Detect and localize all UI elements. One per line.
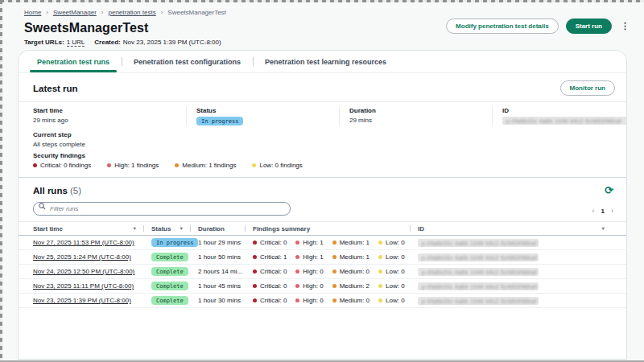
table-row: Nov 25, 2025 1:24 PM (UTC-8:00)Complete1… [19,250,626,265]
security-findings-block: Security findings Critical: 0 findingsHi… [19,148,626,177]
critical-severity-dot-icon [253,284,257,288]
run-findings-summary: Critical: 0High: 0Medium: 2Low: 0 [245,282,410,290]
finding-low: Low: 0 [378,282,405,290]
medium-severity-dot-icon [332,269,336,274]
high-severity-dot-icon [295,284,299,288]
run-duration: 1 hour 45 mins [190,282,245,290]
table-body: Nov 27, 2025 11:53 PM (UTC-8:00)In progr… [19,236,626,308]
finding-medium: Medium: 1 [332,239,369,246]
latest-run-heading: Latest run [33,84,78,93]
breadcrumb-penetration-tests[interactable]: penetration tests [109,9,156,16]
status-field: Status In progress [186,107,339,125]
low-severity-dot-icon [378,255,382,259]
column-findings-summary[interactable]: Findings summary [245,222,410,235]
low-severity-dot-icon [378,241,382,245]
all-runs-count: (5) [70,186,81,195]
id-field: ID p-0fa6b20c 4a6b 1049 b9c2 5cfd53f96ba… [492,107,627,125]
breadcrumb-current: SweetsManagerTest [167,9,225,16]
finding-low: Low: 0 [378,268,405,275]
breadcrumb-separator: › [101,9,104,16]
critical-severity-dot-icon [253,255,257,259]
run-duration: 1 hour 29 mins [190,239,245,246]
low-severity-dot-icon [378,269,382,274]
sort-caret-icon[interactable]: ▼ [601,226,605,231]
target-urls-link[interactable]: 1 URL [67,39,85,47]
tab-penetration-test-learning-resources[interactable]: Penetration test learning resources [253,51,398,72]
current-step-label: Current step [33,131,612,138]
medium-severity-dot-icon [332,241,336,245]
duration-label: Duration [349,107,482,114]
tab-penetration-test-configurations[interactable]: Penetration test configurations [122,51,253,72]
run-start-time-link[interactable]: Nov 25, 2025 1:24 PM (UTC-8:00) [33,253,131,261]
pagination: ‹ 1 › [592,207,613,216]
column-id[interactable]: ID ▼ [410,222,612,235]
high-severity-dot-icon [295,269,299,274]
finding-high: High: 1 findings [107,162,159,169]
column-duration[interactable]: Duration [190,222,245,235]
column-status[interactable]: Status ▼ [143,222,190,235]
created-value: Nov 23, 2025 1:39 PM (UTC-8:00) [123,39,221,46]
finding-high: High: 0 [295,268,323,275]
redacted-run-id: p-0fa6b20c 4a6b 1049 b9c2 5cfd53f96baf [418,282,539,290]
monitor-run-button[interactable]: Monitor run [560,80,615,96]
redacted-run-id: p-0fa6b20c 4a6b 1049 b9c2 5cfd53f96baf [418,297,539,305]
finding-critical: Critical: 0 [253,297,287,304]
pagination-page-1[interactable]: 1 [601,208,605,215]
filter-runs-input[interactable] [33,202,291,216]
target-urls-label: Target URLs: [24,39,64,46]
main-card: Penetration test runs Penetration test c… [18,50,627,360]
finding-medium: Medium: 0 [332,268,369,275]
refresh-icon[interactable]: ⟳ [605,185,613,195]
finding-low: Low: 0 [378,239,405,246]
run-status-badge: Complete [151,253,188,261]
table-row: Nov 27, 2025 11:53 PM (UTC-8:00)In progr… [19,236,626,250]
page-meta: Target URLs:1 URL Created:Nov 23, 2025 1… [24,39,483,46]
high-severity-dot-icon [295,241,299,245]
kebab-menu-icon[interactable]: ⋮ [619,21,631,31]
low-severity-dot-icon [378,298,382,302]
start-run-button[interactable]: Start run [566,19,612,34]
redacted-run-id: p-0fa6b20c 4a6b 1049 b9c2 5cfd53f96baf [418,268,539,276]
run-duration: 1 hour 30 mins [190,297,245,304]
tab-penetration-test-runs[interactable]: Penetration test runs [25,51,122,72]
redacted-run-id: p-0fa6b20c 4a6b 1049 b9c2 5cfd53f96baf [418,253,539,261]
breadcrumb-separator: › [46,9,48,16]
run-findings-summary: Critical: 0High: 1Medium: 1Low: 0 [245,239,410,246]
start-time-label: Start time [33,107,176,114]
low-severity-dot-icon [252,163,256,167]
status-label: Status [196,107,329,114]
high-severity-dot-icon [295,255,299,259]
finding-critical: Critical: 0 [253,268,287,275]
finding-medium: Medium: 1 findings [175,162,236,169]
critical-severity-dot-icon [253,298,257,302]
modify-penetration-test-details-button[interactable]: Modify penetration test details [446,19,559,34]
start-time-value: 29 mins ago [33,117,176,124]
run-start-time-link[interactable]: Nov 24, 2025 12:50 PM (UTC-8:00) [33,268,134,275]
run-findings-summary: Critical: 1High: 1Medium: 1Low: 0 [245,253,410,261]
sort-caret-icon[interactable]: ▼ [180,226,184,231]
critical-severity-dot-icon [253,269,257,274]
run-start-time-link[interactable]: Nov 27, 2025 11:53 PM (UTC-8:00) [33,239,134,246]
id-label: ID [502,107,627,114]
table-row: Nov 23, 2025 11:11 PM (UTC-8:00)Complete… [19,279,626,294]
pagination-prev[interactable]: ‹ [592,207,595,215]
pagination-next[interactable]: › [611,207,613,215]
header-actions: Modify penetration test details Start ru… [446,19,631,34]
security-findings-label: Security findings [33,152,612,159]
breadcrumb-home[interactable]: Home [24,9,41,16]
table-row: Nov 24, 2025 12:50 PM (UTC-8:00)Complete… [19,265,626,279]
critical-severity-dot-icon [33,163,37,167]
high-severity-dot-icon [107,163,111,167]
column-start-time[interactable]: Start time ▼ [33,222,143,235]
start-time-field: Start time 29 mins ago [33,107,186,125]
finding-medium: Medium: 0 [332,297,369,304]
sort-caret-icon[interactable]: ▼ [133,226,137,231]
run-start-time-link[interactable]: Nov 23, 2025 1:39 PM (UTC-8:00) [33,297,131,304]
duration-value: 29 mins [349,117,482,124]
run-start-time-link[interactable]: Nov 23, 2025 11:11 PM (UTC-8:00) [33,282,134,290]
redacted-run-id: p-0fa6b20c 4a6b 1049 b9c2 5cfd53f96baf [502,117,627,125]
breadcrumb-sweetmanager[interactable]: SweetManager [53,9,97,16]
finding-critical: Critical: 0 [253,282,287,290]
run-status-badge: Complete [151,282,188,290]
security-findings-row: Critical: 0 findingsHigh: 1 findingsMedi… [33,162,612,169]
